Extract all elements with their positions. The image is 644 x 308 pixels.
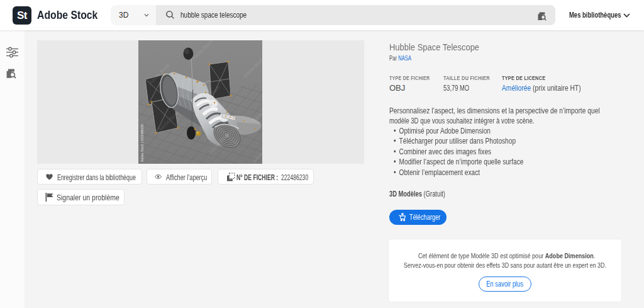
svg-text:Adobe Stock | #222486230: Adobe Stock | #222486230	[140, 124, 144, 162]
